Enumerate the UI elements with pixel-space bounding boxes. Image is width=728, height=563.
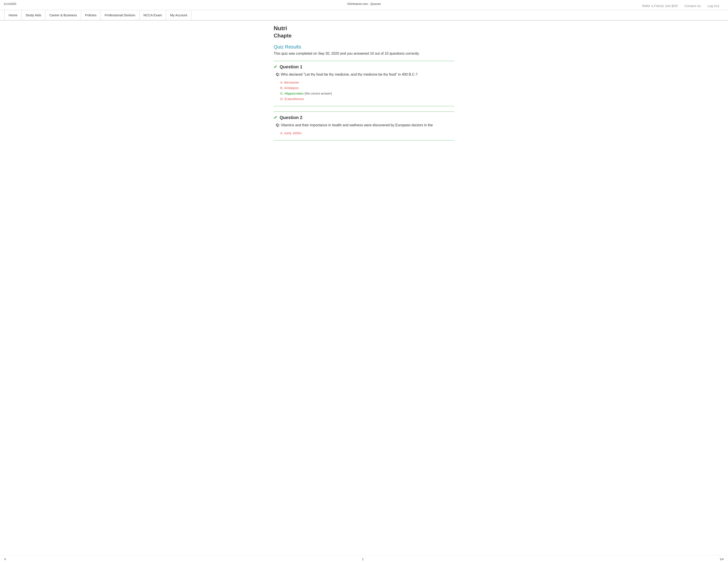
page-subheading: Chapte <box>274 33 454 39</box>
nav-career-business-label: Career & Business <box>49 13 77 17</box>
logout-link[interactable]: Log Out <box>708 4 719 8</box>
quiz-results-title: Quiz Results <box>274 44 454 50</box>
question-block-2: ✔Question 2Q: Vitamins and their importa… <box>274 111 454 140</box>
questions-container: ✔Question 1Q: Who declared "Let thy food… <box>274 61 454 140</box>
nav-study-aids[interactable]: Study Aids Downloads Final Examination <box>21 10 45 20</box>
contact-us-link[interactable]: Contact Us <box>684 4 701 8</box>
question-label-2: Question 2 <box>280 115 302 120</box>
nav-home[interactable]: Home <box>4 10 21 20</box>
question-text-1: Q: Who declared "Let thy food be thy med… <box>274 72 454 76</box>
main-nav: Home Study Aids Downloads Final Examinat… <box>0 10 728 20</box>
nav-career-business[interactable]: Career & Business <box>45 10 81 20</box>
answer-option-1-3: C. Hippocrates (the correct answer) <box>274 91 454 96</box>
answer-option-2-1: A. early 1600s. <box>274 130 454 136</box>
answer-option-1-1: A. Bessarian <box>274 80 454 85</box>
question-text-2: Q: Vitamins and their importance in heal… <box>274 123 454 127</box>
question-header-2: ✔Question 2 <box>274 115 454 120</box>
question-block-1: ✔Question 1Q: Who declared "Let thy food… <box>274 61 454 106</box>
correct-answer-note: (the correct answer) <box>305 92 332 95</box>
checkmark-icon-1: ✔ <box>274 64 277 69</box>
page-heading: Nutri <box>274 25 454 32</box>
nav-study-aids-label: Study Aids <box>26 13 41 17</box>
page-date: 11/1/2020 <box>4 2 16 6</box>
answer-option-1-4: D. Eratosthenes <box>274 96 454 102</box>
question-label-1: Question 1 <box>280 64 302 69</box>
nav-my-account[interactable]: My Account <box>166 10 191 20</box>
browser-tab-title: ISSAtrainer.com - Quizzes <box>347 2 381 6</box>
nav-ncca-exam[interactable]: NCCA Exam <box>139 10 166 20</box>
quiz-results-description: This quiz was completed on Sep 30, 2020 … <box>274 52 454 56</box>
checkmark-icon-2: ✔ <box>274 115 277 120</box>
question-header-1: ✔Question 1 <box>274 64 454 69</box>
answer-option-1-2: B. Aristippus <box>274 85 454 91</box>
refer-friend-link[interactable]: Refer a Friend, Get $25! <box>642 4 678 8</box>
main-content: Nutri Chapte Quiz Results This quiz was … <box>265 20 463 159</box>
nav-policies[interactable]: Policies <box>81 10 100 20</box>
nav-professional-division[interactable]: Professional Division <box>100 10 139 20</box>
